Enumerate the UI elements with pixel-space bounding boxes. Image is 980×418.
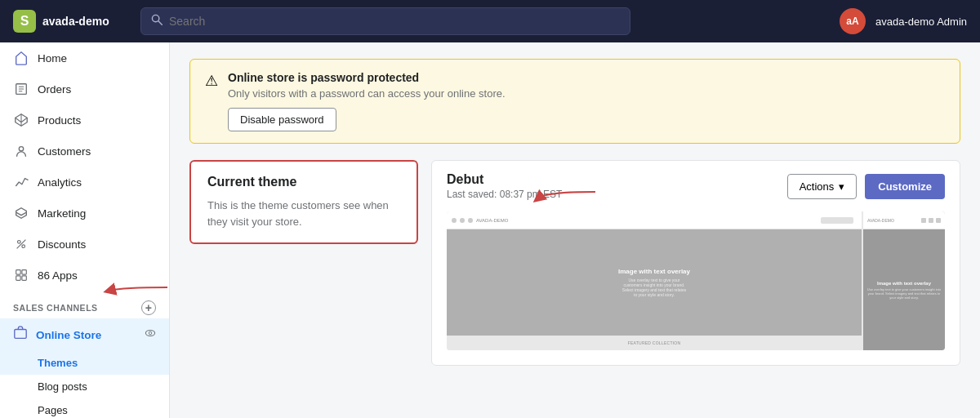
- current-theme-label: Current theme: [207, 175, 400, 189]
- preview-sec-hero: Image with text overlay Use overlay text…: [863, 229, 945, 350]
- svg-rect-9: [16, 276, 20, 280]
- sidebar-item-apps-label: 86 Apps: [38, 269, 78, 282]
- svg-point-12: [145, 331, 154, 336]
- svg-point-6: [22, 245, 25, 248]
- sidebar-item-customers-label: Customers: [38, 145, 91, 158]
- current-theme-description: This is the theme customers see when the…: [207, 198, 400, 229]
- sidebar-sub-blog-posts[interactable]: Blog posts: [0, 375, 169, 398]
- debut-title-area: Debut Last saved: 08:37 pm EST: [447, 172, 562, 200]
- preview-featured-text: FEATURED COLLECTION: [628, 340, 681, 345]
- actions-button[interactable]: Actions ▾: [787, 174, 858, 199]
- online-store-icon: [13, 326, 28, 344]
- sidebar-item-marketing[interactable]: Marketing: [0, 198, 169, 229]
- add-sales-channel-btn[interactable]: +: [141, 300, 156, 315]
- sidebar-item-products-label: Products: [38, 114, 81, 127]
- search-input[interactable]: [169, 15, 620, 28]
- sidebar-item-marketing-label: Marketing: [38, 207, 86, 220]
- sales-channels-section: Sales Channels +: [0, 291, 169, 318]
- sidebar-sub-pages[interactable]: Pages: [0, 398, 169, 418]
- discounts-icon: [13, 236, 29, 252]
- warning-icon: ⚠: [205, 72, 218, 90]
- sidebar-item-analytics[interactable]: Analytics: [0, 167, 169, 198]
- preview-sec-topbar: AVADA-DEMO: [863, 211, 945, 229]
- apps-icon: [13, 267, 29, 283]
- main-layout: Home Orders Products Customers Analytics: [0, 42, 980, 418]
- preview-sec-icon-3: [936, 218, 941, 223]
- top-navigation: S avada-demo aA avada-demo Admin: [0, 0, 980, 42]
- preview-store-name: AVADA-DEMO: [476, 218, 508, 223]
- sidebar-item-apps[interactable]: 86 Apps: [0, 260, 169, 291]
- preview-sec-store-name: AVADA-DEMO: [867, 218, 919, 223]
- preview-main: AVADA-DEMO Image with text overlay Use o…: [447, 211, 862, 350]
- theme-section: Current theme This is the theme customer…: [189, 160, 960, 366]
- preview-featured-bar: FEATURED COLLECTION: [447, 336, 862, 350]
- alert-title: Online store is password protected: [228, 71, 945, 84]
- preview-hero-text: Image with text overlay: [618, 268, 690, 275]
- preview-sec-hero-text: Image with text overlay: [877, 281, 931, 286]
- preview-hero-subtext: Use overlay text to give your customers …: [621, 278, 687, 297]
- svg-rect-8: [22, 270, 26, 274]
- dot-1: [452, 218, 457, 223]
- brand-logo[interactable]: S avada-demo: [13, 10, 127, 33]
- search-bar[interactable]: [140, 7, 630, 35]
- sidebar-item-orders-label: Orders: [38, 83, 71, 96]
- customize-button[interactable]: Customize: [865, 174, 945, 199]
- search-icon: [151, 14, 163, 29]
- theme-preview: AVADA-DEMO Image with text overlay Use o…: [447, 211, 945, 350]
- shopify-icon: S: [13, 10, 36, 33]
- brand-name: avada-demo: [42, 15, 109, 28]
- svg-rect-7: [16, 270, 20, 274]
- avatar[interactable]: aA: [840, 8, 866, 34]
- svg-point-5: [18, 241, 21, 244]
- analytics-icon: [13, 174, 29, 190]
- preview-topbar: AVADA-DEMO: [447, 211, 862, 229]
- dot-3: [468, 218, 473, 223]
- preview-search-mini: [821, 217, 853, 224]
- svg-point-4: [19, 147, 23, 151]
- debut-header: Debut Last saved: 08:37 pm EST Actions ▾…: [432, 161, 960, 211]
- main-content: ⚠ Online store is password protected Onl…: [170, 42, 980, 418]
- preview-sec-icon-1: [921, 218, 926, 223]
- sidebar-item-online-store[interactable]: Online Store: [0, 318, 169, 351]
- sidebar-sub-themes[interactable]: Themes: [0, 351, 169, 375]
- current-theme-panel: Current theme This is the theme customer…: [189, 160, 418, 244]
- svg-rect-10: [22, 276, 26, 280]
- online-store-label: Online Store: [36, 329, 145, 341]
- sidebar-item-discounts[interactable]: Discounts: [0, 229, 169, 260]
- nav-right: aA avada-demo Admin: [840, 8, 967, 34]
- sidebar-item-orders[interactable]: Orders: [0, 73, 169, 104]
- svg-point-0: [152, 15, 158, 21]
- eye-icon[interactable]: [145, 327, 156, 342]
- svg-rect-11: [15, 330, 26, 339]
- admin-name: avada-demo Admin: [875, 16, 967, 28]
- disable-password-button[interactable]: Disable password: [228, 108, 336, 131]
- sidebar: Home Orders Products Customers Analytics: [0, 42, 170, 418]
- orders-icon: [13, 81, 29, 97]
- sidebar-item-discounts-label: Discounts: [38, 238, 86, 251]
- debut-actions: Actions ▾ Customize: [787, 174, 945, 199]
- svg-line-1: [158, 21, 162, 24]
- sidebar-item-analytics-label: Analytics: [38, 176, 82, 189]
- sidebar-item-home-label: Home: [38, 52, 67, 64]
- sidebar-item-customers[interactable]: Customers: [0, 136, 169, 167]
- alert-description: Only visitors with a password can access…: [228, 87, 945, 100]
- dot-2: [460, 218, 465, 223]
- chevron-down-icon: ▾: [839, 180, 844, 193]
- debut-saved: Last saved: 08:37 pm EST: [447, 189, 562, 200]
- alert-content: Online store is password protected Only …: [228, 71, 945, 131]
- products-icon: [13, 112, 29, 128]
- sidebar-item-products[interactable]: Products: [0, 104, 169, 136]
- sidebar-item-home[interactable]: Home: [0, 42, 169, 73]
- preview-secondary: AVADA-DEMO Image with text overlay Use o…: [863, 211, 945, 350]
- debut-title: Debut: [447, 172, 562, 187]
- home-icon: [13, 50, 29, 66]
- preview-hero: Image with text overlay Use overlay text…: [447, 229, 862, 336]
- marketing-icon: [13, 205, 29, 221]
- preview-sec-icon-2: [929, 218, 933, 223]
- debut-panel: Debut Last saved: 08:37 pm EST Actions ▾…: [431, 160, 960, 366]
- customers-icon: [13, 143, 29, 159]
- preview-sec-hero-subtext: Use overlay text to give your customers …: [866, 287, 942, 300]
- password-alert-banner: ⚠ Online store is password protected Onl…: [189, 59, 960, 144]
- svg-point-13: [149, 331, 152, 335]
